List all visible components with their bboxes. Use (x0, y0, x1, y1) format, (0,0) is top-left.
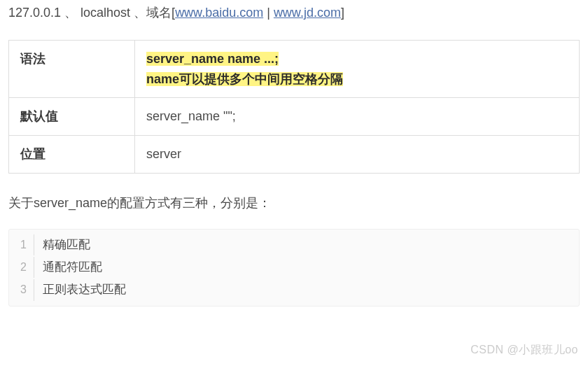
line-text: 精确匹配 (34, 234, 90, 256)
line-text: 通配符匹配 (34, 256, 102, 279)
line-text: 正则表达式匹配 (34, 279, 126, 301)
syntax-line2: name可以提供多个中间用空格分隔 (146, 72, 343, 86)
list-item: 3 正则表达式匹配 (9, 279, 579, 301)
intro-sep: | (263, 6, 274, 20)
line-number: 1 (9, 234, 34, 255)
line-number: 3 (9, 279, 34, 300)
description-text: 关于server_name的配置方式有三种，分别是： (8, 193, 580, 213)
list-item: 1 精确匹配 (9, 234, 579, 256)
line-number: 2 (9, 257, 34, 278)
intro-prefix: 127.0.0.1 、 localhost 、域名[ (8, 6, 175, 20)
row-value-context: server (135, 136, 580, 174)
row-label-syntax: 语法 (9, 40, 135, 98)
row-value-default: server_name ""; (135, 98, 580, 136)
row-label-default: 默认值 (9, 98, 135, 136)
row-label-context: 位置 (9, 136, 135, 174)
syntax-line1: server_name name ...; (146, 52, 279, 66)
list-item: 2 通配符匹配 (9, 256, 579, 279)
intro-suffix: ] (341, 6, 344, 20)
directive-table: 语法 server_name name ...; name可以提供多个中间用空格… (8, 40, 580, 174)
row-value-syntax: server_name name ...; name可以提供多个中间用空格分隔 (135, 40, 580, 98)
link-jd[interactable]: www.jd.com (274, 6, 341, 20)
intro-text: 127.0.0.1 、 localhost 、域名[www.baidu.com … (8, 0, 580, 23)
table-row: 位置 server (9, 136, 580, 174)
table-row: 默认值 server_name ""; (9, 98, 580, 136)
link-baidu[interactable]: www.baidu.com (175, 6, 263, 20)
code-block: 1 精确匹配 2 通配符匹配 3 正则表达式匹配 (8, 229, 580, 307)
table-row: 语法 server_name name ...; name可以提供多个中间用空格… (9, 40, 580, 98)
